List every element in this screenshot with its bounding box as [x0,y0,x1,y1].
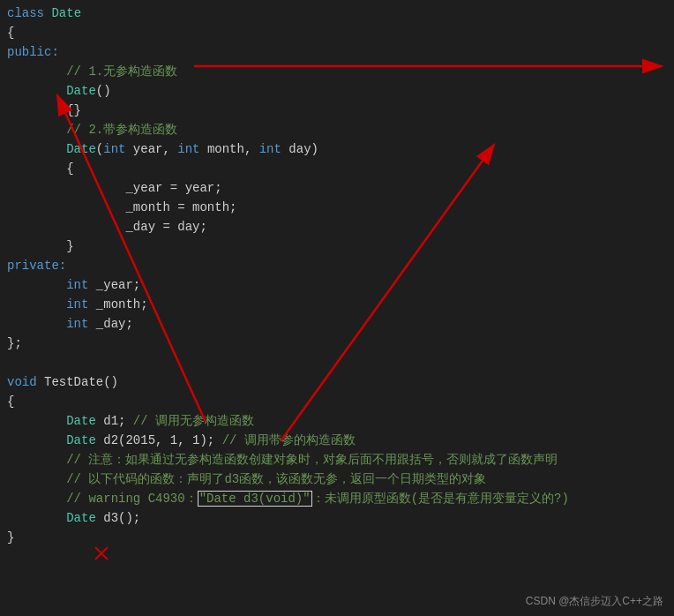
code-token: Date [66,411,96,431]
code-token [7,81,66,101]
code-line-24: // 注意：如果通过无参构造函数创建对象时，对象后面不用跟括号，否则就成了函数声… [7,450,667,470]
code-token: // warning C4930： [7,489,198,508]
code-token: _day = day; [7,217,207,237]
code-line-19 [7,353,667,372]
code-line-1: class Date [7,4,667,23]
code-token: // 以下代码的函数：声明了d3函数，该函数无参，返回一个日期类型的对象 [7,470,486,489]
code-token [7,139,66,159]
code-token: month, [199,139,258,159]
code-token: _year = year; [7,178,222,198]
code-line-9: { [7,159,667,178]
code-line-14: private: [7,256,667,275]
code-line-28: } [7,528,667,547]
code-line-2: { [7,23,667,42]
code-token: Date [51,4,81,23]
code-line-8: Date(int year, int month, int day) [7,139,667,159]
code-token [7,431,66,450]
code-token: } [7,528,14,547]
code-token: // 注意：如果通过无参构造函数创建对象时，对象后面不用跟括号，否则就成了函数声… [7,450,558,470]
code-token: d2(2015, 1, 1); [96,431,222,450]
code-line-11: _month = month; [7,198,667,217]
code-token: int [66,314,88,334]
code-token: { [7,159,74,178]
code-line-13: } [7,237,667,256]
code-line-20: void TestDate() [7,372,667,392]
code-line-18: }; [7,334,667,353]
code-token: public: [7,42,59,62]
code-token: } [7,237,74,256]
code-token: void [7,372,37,392]
code-token: ：未调用原型函数(是否是有意用变量定义的?) [312,489,569,508]
watermark: CSDN @杰信步迈入C++之路 [526,594,663,609]
code-token: int [66,295,88,314]
code-line-12: _day = day; [7,217,667,237]
code-token [7,295,66,314]
code-token: {} [7,101,81,120]
code-token: _day; [88,314,132,334]
code-line-23: Date d2(2015, 1, 1); // 调用带参的构造函数 [7,431,667,450]
code-line-16: int _month; [7,295,667,314]
code-line-10: _year = year; [7,178,667,198]
code-token: // 1.无参构造函数 [7,62,177,81]
code-token: d3(); [96,508,140,528]
code-token: // 调用无参构造函数 [133,411,254,431]
code-view: class Date{public: // 1.无参构造函数 Date() {}… [0,0,674,551]
code-token [7,314,66,334]
code-token: { [7,392,14,411]
code-token: day) [281,139,318,159]
code-token: { [7,23,14,42]
code-token [7,411,66,431]
code-token: _year; [88,275,140,295]
code-line-26: // warning C4930："Date d3(void)"：未调用原型函数… [7,489,667,508]
code-line-27: Date d3(); [7,508,667,528]
code-token: Date [66,431,96,450]
code-token [7,275,66,295]
code-token: class [7,4,51,23]
code-line-22: Date d1; // 调用无参构造函数 [7,411,667,431]
code-line-5: Date() [7,81,667,101]
code-token: // 调用带参的构造函数 [222,431,356,450]
code-token: _month; [88,295,147,314]
code-token: private: [7,256,66,275]
code-line-3: public: [7,42,667,62]
code-token: _month = month; [7,198,236,217]
code-token: int [66,275,88,295]
code-token: Date [66,81,96,101]
highlighted-text: "Date d3(void)" [198,489,312,508]
code-line-7: // 2.带参构造函数 [7,120,667,139]
code-token: year, [125,139,177,159]
code-token: () [96,81,111,101]
code-line-17: int _day; [7,314,667,334]
code-token: d1; [96,411,133,431]
code-line-15: int _year; [7,275,667,295]
code-token: }; [7,334,22,353]
code-token [7,508,66,528]
code-token: Date [66,139,96,159]
code-line-21: { [7,392,667,411]
code-token: int [177,139,199,159]
code-line-25: // 以下代码的函数：声明了d3函数，该函数无参，返回一个日期类型的对象 [7,470,667,489]
code-token: ( [96,139,103,159]
code-line-6: {} [7,101,667,120]
code-token: int [259,139,281,159]
code-token: int [103,139,125,159]
code-token: // 2.带参构造函数 [7,120,177,139]
code-line-4: // 1.无参构造函数 [7,62,667,81]
code-token: Date [66,508,96,528]
code-token: TestDate() [37,372,118,392]
